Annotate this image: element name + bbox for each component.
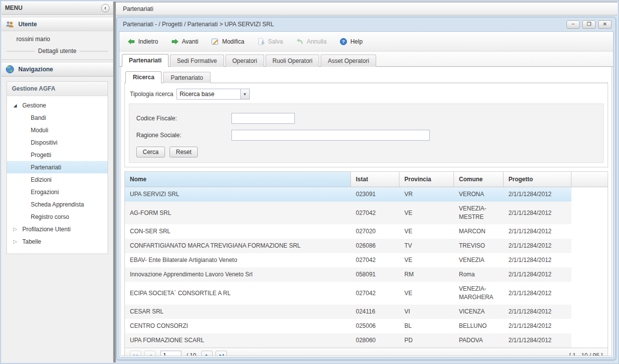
username: rossini mario <box>16 36 113 43</box>
table-row[interactable]: UPA SERVIZI SRL023091VRVERONA2/1/1/1284/… <box>125 187 571 202</box>
subtab-partenariato[interactable]: Partenariato <box>163 72 210 83</box>
cell-comune: VENEZIA-MESTRE <box>454 202 504 224</box>
outer-tab-strip[interactable]: Partenariati <box>116 1 618 15</box>
tab-partenariati[interactable]: Partenariati <box>122 54 169 67</box>
back-arrow-icon <box>127 38 135 46</box>
tree-item-label: Gestione <box>22 102 46 109</box>
ragione-sociale-row: Ragione Sociale: <box>136 127 597 144</box>
tree-item-edizioni[interactable]: Edizioni <box>7 173 108 186</box>
cell-provincia: VE <box>399 202 454 224</box>
table-row[interactable]: ECIPA SOCIETA` CONSORTILE A RL027042VEVE… <box>125 282 571 305</box>
tree-item-scheda-apprendista[interactable]: Scheda Apprendista <box>7 198 108 210</box>
cell-nome: ECIPA SOCIETA` CONSORTILE A RL <box>125 282 351 305</box>
indietro-button-label: Indietro <box>138 38 158 45</box>
annulla-button-label: Annulla <box>307 38 327 45</box>
collapse-triangle-icon[interactable] <box>11 103 19 108</box>
tree-item-profilazione-utenti[interactable]: Profilazione Utenti <box>7 223 108 235</box>
tree-item-partenariati[interactable]: Partenariati <box>7 161 108 173</box>
tree-item-gestione[interactable]: Gestione <box>7 99 108 111</box>
help-button[interactable]: ?Help <box>337 36 366 48</box>
user-details-label: Dettagli utente <box>38 48 76 54</box>
window-titlebar[interactable]: Partenariati - / Progetti / Partenariati… <box>117 17 616 31</box>
table-row[interactable]: CONFARTIGIANATO MARCA TREVIGIANA FORMAZI… <box>125 239 571 253</box>
modifica-button-label: Modifica <box>222 38 244 45</box>
first-page-button[interactable] <box>130 351 141 357</box>
next-page-button[interactable] <box>201 351 213 357</box>
chevron-down-icon[interactable] <box>240 89 249 99</box>
user-panel-header[interactable]: Utente <box>1 17 113 31</box>
annulla-button[interactable]: Annulla <box>293 36 330 48</box>
minimize-button[interactable]: – <box>566 20 580 29</box>
cell-nome: UPA SERVIZI SRL <box>125 187 351 202</box>
menu-title: MENU <box>5 4 22 11</box>
partenariati-window: Partenariati - / Progetti / Partenariati… <box>116 17 616 360</box>
edit-icon <box>211 38 219 46</box>
column-header-progetto[interactable]: Progetto <box>504 172 571 187</box>
tree-item-moduli[interactable]: Moduli <box>7 124 108 136</box>
column-header-nome[interactable]: Nome <box>125 172 351 187</box>
cell-istat: 058091 <box>351 267 399 282</box>
page-number-input[interactable] <box>161 351 181 356</box>
salva-button[interactable]: Salva <box>254 36 286 48</box>
codice-fiscale-input[interactable] <box>231 113 295 124</box>
table-row[interactable]: Innovazione Apprendimento Lavoro Veneto … <box>125 267 571 282</box>
search-type-combo[interactable]: Ricerca base <box>176 89 250 100</box>
indietro-button[interactable]: Indietro <box>124 36 161 48</box>
table-row[interactable]: CESAR SRL024116VIVICENZA2/1/1/1284/2012 <box>125 305 571 319</box>
table-row[interactable]: UPA FORMAZIONE SCARL028060PDPADOVA2/1/1/… <box>125 333 571 348</box>
modifica-button[interactable]: Modifica <box>208 36 247 48</box>
column-header-istat[interactable]: Istat <box>351 172 399 187</box>
cell-comune: VERONA <box>454 187 504 202</box>
cell-provincia: PD <box>399 333 454 348</box>
tab-ruoli-operatori[interactable]: Ruoli Operatori <box>266 54 320 67</box>
codice-fiscale-label: Codice Fiscale: <box>136 115 231 122</box>
table-row[interactable]: CON-SER SRL027020VEMARCON2/1/1/1284/2012 <box>125 224 571 239</box>
close-button[interactable]: ✕ <box>598 20 612 29</box>
expand-triangle-icon[interactable] <box>11 226 19 232</box>
cell-progetto: 2/1/1/1284/2012 <box>504 319 571 333</box>
avanti-button[interactable]: Avanti <box>168 36 201 48</box>
sub-tabstrip: RicercaPartenariato <box>124 70 608 83</box>
tree-item-registro-corso[interactable]: Registro corso <box>7 210 108 223</box>
cell-istat: 023091 <box>351 187 399 202</box>
tree-item-progetti[interactable]: Progetti <box>7 149 108 161</box>
tab-operatori[interactable]: Operatori <box>225 54 264 67</box>
reset-button[interactable]: Reset <box>169 147 198 157</box>
ragione-sociale-label: Ragione Sociale: <box>136 132 231 139</box>
search-buttons-row: Cerca Reset <box>136 147 597 157</box>
users-icon <box>5 20 14 28</box>
tree-item-label: Bandi <box>31 114 46 121</box>
subtab-ricerca[interactable]: Ricerca <box>125 71 162 83</box>
table-row[interactable]: EBAV- Ente Bilaterale Artigianato Veneto… <box>125 253 571 267</box>
tree-item-bandi[interactable]: Bandi <box>7 111 108 124</box>
cell-nome: AG-FORM SRL <box>125 202 351 224</box>
cell-progetto: 2/1/1/1284/2012 <box>504 305 571 319</box>
last-page-button[interactable] <box>216 351 227 357</box>
cell-nome: Innovazione Apprendimento Lavoro Veneto … <box>125 267 351 282</box>
user-panel: Utente rossini mario Dettagli utente <box>1 17 113 60</box>
cell-istat: 027042 <box>351 253 399 267</box>
ragione-sociale-input[interactable] <box>231 130 430 141</box>
navigation-panel-header[interactable]: Navigazione <box>1 62 113 76</box>
menu-header: MENU <box>1 1 113 15</box>
page-first-icon <box>133 352 139 356</box>
tab-sedi-formative[interactable]: Sedi Formative <box>170 54 224 67</box>
column-header-comune[interactable]: Comune <box>454 172 504 187</box>
legend-line-left <box>6 51 35 52</box>
tree-item-erogazioni[interactable]: Erogazioni <box>7 186 108 198</box>
table-row[interactable]: AG-FORM SRL027042VEVENEZIA-MESTRE2/1/1/1… <box>125 202 571 224</box>
user-panel-body: rossini mario Dettagli utente <box>1 31 113 59</box>
tree-item-dispositivi[interactable]: Dispositivi <box>7 136 108 149</box>
tree-item-label: Progetti <box>31 152 51 158</box>
previous-page-button[interactable] <box>144 351 156 357</box>
tab-asset-operatori[interactable]: Asset Operatori <box>321 54 376 67</box>
expand-triangle-icon[interactable] <box>11 239 19 244</box>
tree-item-tabelle[interactable]: Tabelle <box>7 235 108 248</box>
cell-progetto: 2/1/1/1284/2012 <box>504 202 571 224</box>
column-header-provincia[interactable]: Provincia <box>399 172 454 187</box>
cerca-button[interactable]: Cerca <box>136 147 165 157</box>
chevron-left-icon[interactable] <box>101 4 110 12</box>
cell-comune: Roma <box>454 267 504 282</box>
maximize-button[interactable]: ❐ <box>582 20 596 29</box>
table-row[interactable]: CENTRO CONSORZI025006BLBELLUNO2/1/1/1284… <box>125 319 571 333</box>
